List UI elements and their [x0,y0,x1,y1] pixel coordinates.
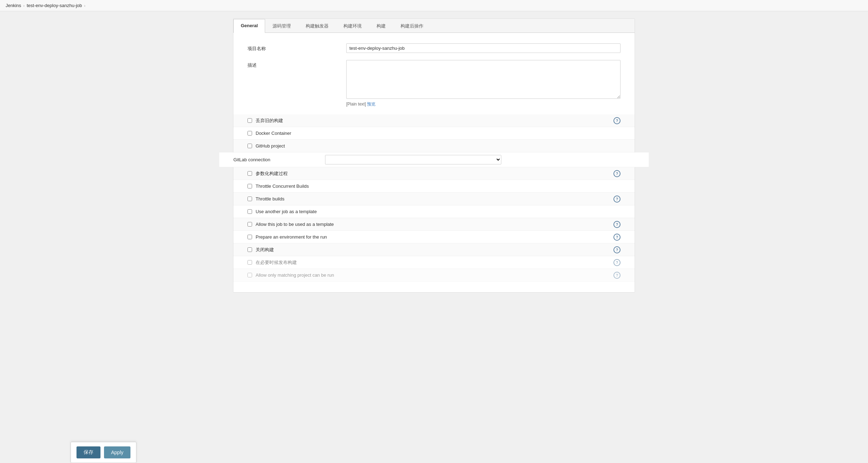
description-hint-text: [Plain text] [346,102,366,107]
tab-env[interactable]: 构建环境 [336,19,369,33]
project-name-row: 项目名称 [247,43,621,53]
checkbox-allow-template[interactable] [247,222,252,227]
checkbox-restrict[interactable] [247,260,252,265]
checkbox-row-use-template: Use another job as a template [233,205,635,218]
apply-button[interactable]: Apply [104,446,130,458]
checkbox-label-param-build: 参数化构建过程 [256,170,613,177]
tab-bar: General 源码管理 构建触发器 构建环境 构建 构建后操作 [233,19,635,33]
checkbox-docker[interactable] [247,131,252,136]
description-textarea[interactable] [346,60,621,99]
gitlab-connection-row: GitLab connection [219,152,649,167]
checkbox-row-allow-template: Allow this job to be used as a template … [233,218,635,231]
breadcrumb-sep-1: › [23,4,25,8]
help-icon-restrict2[interactable]: ? [613,272,621,279]
help-icon-allow-template[interactable]: ? [613,221,621,228]
description-row: 描述 [Plain text] 预览 [247,60,621,107]
breadcrumb: Jenkins › test-env-deploy-sanzhu-job › [0,0,868,11]
save-button[interactable]: 保存 [77,446,100,458]
checkbox-label-throttle-concurrent: Throttle Concurrent Builds [256,184,621,189]
checkbox-disable-build[interactable] [247,247,252,252]
checkbox-row-discard-old: 丢弃旧的构建 ? [233,114,635,127]
project-name-input[interactable] [346,43,621,53]
checkbox-label-discard-old: 丢弃旧的构建 [256,118,613,124]
checkbox-prepare-env[interactable] [247,235,252,239]
breadcrumb-job[interactable]: test-env-deploy-sanzhu-job [27,3,82,8]
checkbox-row-restrict2: Allow only matching project can be run ? [233,269,635,282]
checkbox-row-docker: Docker Container [233,127,635,140]
description-label: 描述 [247,60,346,68]
checkbox-label-use-template: Use another job as a template [256,209,621,214]
checkboxes-section: 丢弃旧的构建 ? Docker Container GitHub project… [233,114,635,282]
checkbox-label-docker: Docker Container [256,131,621,136]
tab-general[interactable]: General [233,19,265,33]
checkbox-throttle-concurrent[interactable] [247,184,252,188]
checkbox-label-prepare-env: Prepare an environment for the run [256,234,613,240]
checkbox-label-disable-build: 关闭构建 [256,247,613,253]
breadcrumb-sep-2: › [84,4,86,8]
checkbox-row-github: GitHub project [233,140,635,152]
main-container: General 源码管理 构建触发器 构建环境 构建 构建后操作 项目名称 描述 [233,18,635,293]
breadcrumb-jenkins[interactable]: Jenkins [6,3,21,8]
checkbox-row-prepare-env: Prepare an environment for the run ? [233,231,635,243]
help-icon-discard-old[interactable]: ? [613,117,621,124]
checkbox-throttle-builds[interactable] [247,197,252,201]
help-icon-param-build[interactable]: ? [613,170,621,177]
tab-post[interactable]: 构建后操作 [393,19,431,33]
checkbox-use-template[interactable] [247,209,252,214]
checkbox-label-allow-template: Allow this job to be used as a template [256,222,613,227]
help-icon-throttle-builds[interactable]: ? [613,196,621,203]
checkbox-label-github: GitHub project [256,143,621,149]
checkbox-param-build[interactable] [247,171,252,176]
help-icon-restrict[interactable]: ? [613,259,621,266]
tab-scm[interactable]: 源码管理 [265,19,298,33]
checkbox-row-disable-build: 关闭构建 ? [233,243,635,256]
checkbox-row-restrict: 在必要时候发布构建 ? [233,256,635,269]
checkbox-discard-old[interactable] [247,118,252,123]
checkbox-github[interactable] [247,144,252,148]
checkbox-label-restrict2: Allow only matching project can be run [256,272,613,278]
help-icon-prepare-env[interactable]: ? [613,234,621,241]
project-name-label: 项目名称 [247,43,346,52]
description-preview-link[interactable]: 预览 [367,102,375,107]
gitlab-connection-select[interactable] [325,155,501,164]
checkbox-row-param-build: 参数化构建过程 ? [233,167,635,180]
help-icon-disable-build[interactable]: ? [613,246,621,253]
checkbox-restrict2[interactable] [247,273,252,277]
general-content: 项目名称 描述 [Plain text] 预览 [233,33,635,292]
description-control: [Plain text] 预览 [346,60,621,107]
project-name-control [346,43,621,53]
checkbox-row-throttle-concurrent: Throttle Concurrent Builds [233,180,635,193]
gitlab-connection-label: GitLab connection [233,157,325,162]
description-hint: [Plain text] 预览 [346,101,621,107]
tab-build[interactable]: 构建 [369,19,393,33]
tab-triggers[interactable]: 构建触发器 [298,19,336,33]
checkbox-row-throttle-builds: Throttle builds ? [233,193,635,205]
checkbox-label-restrict: 在必要时候发布构建 [256,259,613,266]
checkbox-label-throttle-builds: Throttle builds [256,196,613,202]
